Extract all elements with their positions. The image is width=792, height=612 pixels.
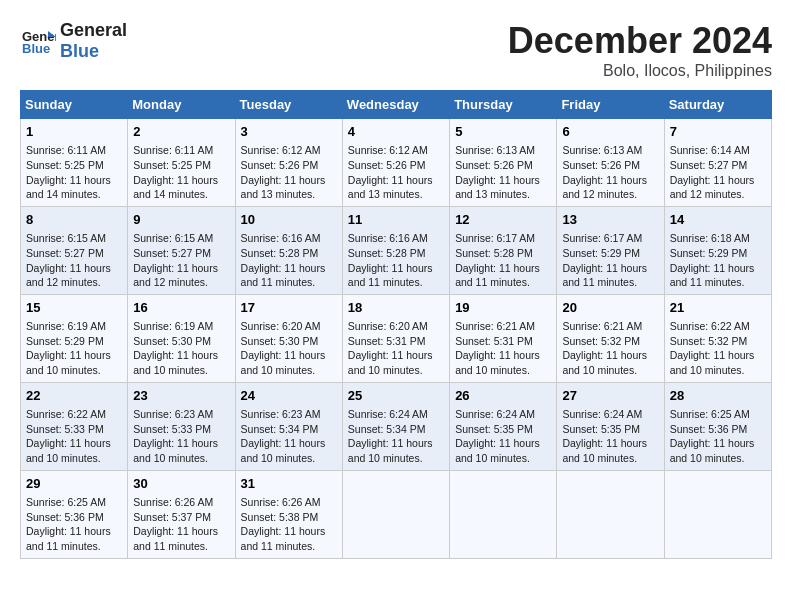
day-info-text: Daylight: 11 hours and 10 minutes. <box>670 348 766 377</box>
day-info-text: Sunrise: 6:23 AM <box>133 407 229 422</box>
day-cell: 3Sunrise: 6:12 AMSunset: 5:26 PMDaylight… <box>235 119 342 207</box>
day-info-text: Sunrise: 6:25 AM <box>26 495 122 510</box>
location: Bolo, Ilocos, Philippines <box>508 62 772 80</box>
day-info-text: Sunset: 5:35 PM <box>562 422 658 437</box>
day-info-text: Daylight: 11 hours and 12 minutes. <box>26 261 122 290</box>
day-info-text: Sunrise: 6:21 AM <box>562 319 658 334</box>
day-info-text: Sunrise: 6:18 AM <box>670 231 766 246</box>
day-info-text: Sunrise: 6:15 AM <box>26 231 122 246</box>
day-cell: 7Sunrise: 6:14 AMSunset: 5:27 PMDaylight… <box>664 119 771 207</box>
day-cell: 24Sunrise: 6:23 AMSunset: 5:34 PMDayligh… <box>235 382 342 470</box>
day-cell: 10Sunrise: 6:16 AMSunset: 5:28 PMDayligh… <box>235 206 342 294</box>
day-info-text: Sunset: 5:25 PM <box>26 158 122 173</box>
day-cell <box>450 470 557 558</box>
day-info-text: Sunset: 5:26 PM <box>348 158 444 173</box>
day-cell: 31Sunrise: 6:26 AMSunset: 5:38 PMDayligh… <box>235 470 342 558</box>
day-info-text: Sunrise: 6:12 AM <box>241 143 337 158</box>
column-header-thursday: Thursday <box>450 91 557 119</box>
day-info-text: Daylight: 11 hours and 10 minutes. <box>562 436 658 465</box>
day-cell: 9Sunrise: 6:15 AMSunset: 5:27 PMDaylight… <box>128 206 235 294</box>
column-header-saturday: Saturday <box>664 91 771 119</box>
day-info-text: Sunset: 5:33 PM <box>133 422 229 437</box>
day-cell: 11Sunrise: 6:16 AMSunset: 5:28 PMDayligh… <box>342 206 449 294</box>
day-cell: 16Sunrise: 6:19 AMSunset: 5:30 PMDayligh… <box>128 294 235 382</box>
day-info-text: Sunrise: 6:17 AM <box>455 231 551 246</box>
day-info-text: Daylight: 11 hours and 10 minutes. <box>348 436 444 465</box>
day-cell: 26Sunrise: 6:24 AMSunset: 5:35 PMDayligh… <box>450 382 557 470</box>
day-cell <box>342 470 449 558</box>
day-info-text: Sunset: 5:36 PM <box>670 422 766 437</box>
logo-line1: General <box>60 20 127 41</box>
day-number: 17 <box>241 299 337 317</box>
day-info-text: Sunset: 5:28 PM <box>241 246 337 261</box>
day-number: 12 <box>455 211 551 229</box>
day-number: 24 <box>241 387 337 405</box>
week-row-3: 15Sunrise: 6:19 AMSunset: 5:29 PMDayligh… <box>21 294 772 382</box>
day-info-text: Sunrise: 6:24 AM <box>562 407 658 422</box>
day-info-text: Sunrise: 6:22 AM <box>26 407 122 422</box>
day-info-text: Sunset: 5:27 PM <box>133 246 229 261</box>
day-number: 10 <box>241 211 337 229</box>
day-info-text: Daylight: 11 hours and 12 minutes. <box>670 173 766 202</box>
day-number: 6 <box>562 123 658 141</box>
day-number: 4 <box>348 123 444 141</box>
svg-text:Blue: Blue <box>22 41 50 56</box>
day-info-text: Sunset: 5:29 PM <box>670 246 766 261</box>
day-cell: 21Sunrise: 6:22 AMSunset: 5:32 PMDayligh… <box>664 294 771 382</box>
day-number: 28 <box>670 387 766 405</box>
day-info-text: Daylight: 11 hours and 12 minutes. <box>133 261 229 290</box>
day-number: 1 <box>26 123 122 141</box>
day-cell <box>557 470 664 558</box>
day-info-text: Daylight: 11 hours and 11 minutes. <box>348 261 444 290</box>
day-number: 23 <box>133 387 229 405</box>
day-info-text: Daylight: 11 hours and 10 minutes. <box>133 436 229 465</box>
day-info-text: Sunset: 5:35 PM <box>455 422 551 437</box>
day-info-text: Sunrise: 6:22 AM <box>670 319 766 334</box>
day-number: 18 <box>348 299 444 317</box>
day-cell: 20Sunrise: 6:21 AMSunset: 5:32 PMDayligh… <box>557 294 664 382</box>
day-number: 2 <box>133 123 229 141</box>
day-info-text: Daylight: 11 hours and 10 minutes. <box>455 436 551 465</box>
day-info-text: Daylight: 11 hours and 13 minutes. <box>241 173 337 202</box>
day-info-text: Daylight: 11 hours and 10 minutes. <box>26 436 122 465</box>
day-cell: 19Sunrise: 6:21 AMSunset: 5:31 PMDayligh… <box>450 294 557 382</box>
day-cell: 17Sunrise: 6:20 AMSunset: 5:30 PMDayligh… <box>235 294 342 382</box>
day-info-text: Sunrise: 6:15 AM <box>133 231 229 246</box>
day-info-text: Sunset: 5:25 PM <box>133 158 229 173</box>
column-header-sunday: Sunday <box>21 91 128 119</box>
day-cell: 29Sunrise: 6:25 AMSunset: 5:36 PMDayligh… <box>21 470 128 558</box>
day-info-text: Daylight: 11 hours and 11 minutes. <box>455 261 551 290</box>
day-cell: 30Sunrise: 6:26 AMSunset: 5:37 PMDayligh… <box>128 470 235 558</box>
day-info-text: Daylight: 11 hours and 11 minutes. <box>241 261 337 290</box>
day-info-text: Sunset: 5:27 PM <box>26 246 122 261</box>
column-header-monday: Monday <box>128 91 235 119</box>
day-info-text: Sunset: 5:32 PM <box>670 334 766 349</box>
day-cell: 22Sunrise: 6:22 AMSunset: 5:33 PMDayligh… <box>21 382 128 470</box>
day-info-text: Daylight: 11 hours and 13 minutes. <box>455 173 551 202</box>
day-cell <box>664 470 771 558</box>
day-info-text: Sunset: 5:26 PM <box>455 158 551 173</box>
calendar-header-row: SundayMondayTuesdayWednesdayThursdayFrid… <box>21 91 772 119</box>
month-title: December 2024 <box>508 20 772 62</box>
day-info-text: Sunrise: 6:24 AM <box>348 407 444 422</box>
day-info-text: Sunset: 5:30 PM <box>133 334 229 349</box>
day-info-text: Sunset: 5:32 PM <box>562 334 658 349</box>
day-info-text: Sunrise: 6:26 AM <box>133 495 229 510</box>
day-info-text: Daylight: 11 hours and 14 minutes. <box>133 173 229 202</box>
day-number: 29 <box>26 475 122 493</box>
day-info-text: Daylight: 11 hours and 10 minutes. <box>26 348 122 377</box>
day-cell: 1Sunrise: 6:11 AMSunset: 5:25 PMDaylight… <box>21 119 128 207</box>
day-cell: 2Sunrise: 6:11 AMSunset: 5:25 PMDaylight… <box>128 119 235 207</box>
day-cell: 12Sunrise: 6:17 AMSunset: 5:28 PMDayligh… <box>450 206 557 294</box>
column-header-tuesday: Tuesday <box>235 91 342 119</box>
page-header: General Blue General Blue December 2024 … <box>20 20 772 80</box>
day-info-text: Sunrise: 6:21 AM <box>455 319 551 334</box>
day-cell: 18Sunrise: 6:20 AMSunset: 5:31 PMDayligh… <box>342 294 449 382</box>
day-info-text: Sunrise: 6:16 AM <box>348 231 444 246</box>
day-cell: 14Sunrise: 6:18 AMSunset: 5:29 PMDayligh… <box>664 206 771 294</box>
day-info-text: Sunrise: 6:25 AM <box>670 407 766 422</box>
day-number: 16 <box>133 299 229 317</box>
day-number: 3 <box>241 123 337 141</box>
day-info-text: Sunset: 5:38 PM <box>241 510 337 525</box>
day-info-text: Sunset: 5:29 PM <box>562 246 658 261</box>
